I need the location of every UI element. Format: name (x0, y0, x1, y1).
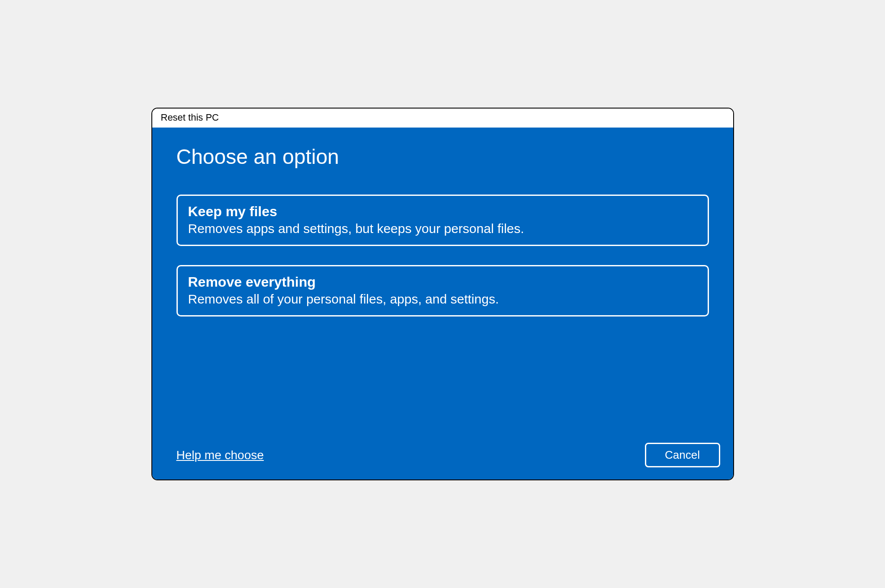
option-description: Removes all of your personal files, apps… (188, 292, 697, 307)
option-remove-everything[interactable]: Remove everything Removes all of your pe… (176, 265, 709, 316)
dialog-content: Choose an option Keep my files Removes a… (152, 128, 733, 479)
dialog-footer: Help me choose Cancel (176, 443, 720, 467)
window-title: Reset this PC (161, 112, 219, 123)
reset-pc-dialog: Reset this PC Choose an option Keep my f… (151, 108, 734, 480)
option-keep-my-files[interactable]: Keep my files Removes apps and settings,… (176, 195, 709, 246)
help-me-choose-link[interactable]: Help me choose (176, 448, 264, 462)
options-list: Keep my files Removes apps and settings,… (176, 195, 709, 316)
window-titlebar: Reset this PC (152, 109, 733, 128)
option-description: Removes apps and settings, but keeps you… (188, 221, 697, 236)
cancel-button[interactable]: Cancel (645, 443, 720, 467)
page-heading: Choose an option (176, 145, 709, 169)
option-title: Remove everything (188, 274, 697, 290)
option-title: Keep my files (188, 204, 697, 220)
